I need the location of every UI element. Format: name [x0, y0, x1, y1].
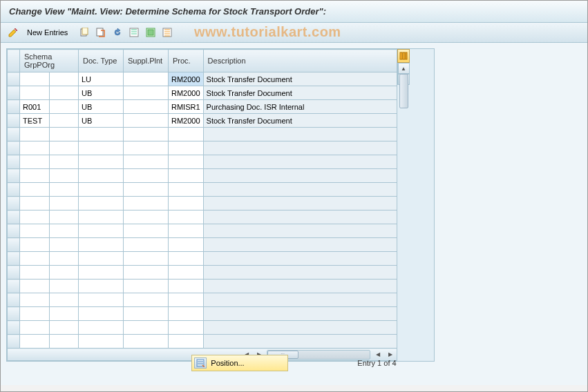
empty-row[interactable] [8, 128, 397, 141]
new-entries-button[interactable]: New Entries [23, 27, 72, 38]
schema-grp-cell[interactable] [20, 183, 50, 197]
doc-type-cell[interactable] [79, 307, 124, 321]
row-selector[interactable] [8, 155, 20, 169]
suppl-plnt-cell[interactable] [124, 155, 169, 169]
suppl-plnt-cell[interactable] [124, 307, 169, 321]
configure-columns-icon[interactable] [397, 49, 410, 63]
copy-as-icon[interactable] [94, 26, 108, 39]
doc-type-cell[interactable] [79, 183, 124, 197]
porg-cell[interactable] [49, 128, 79, 141]
proc-cell[interactable] [169, 155, 204, 169]
porg-cell[interactable] [49, 183, 79, 197]
proc-cell[interactable] [169, 307, 204, 321]
row-selector[interactable] [8, 238, 20, 252]
doc-type-cell[interactable] [79, 155, 124, 169]
porg-cell[interactable] [49, 197, 79, 210]
proc-cell[interactable] [169, 238, 204, 252]
empty-row[interactable] [8, 224, 397, 238]
empty-row[interactable] [8, 210, 397, 224]
porg-cell[interactable] [49, 238, 79, 252]
porg-cell[interactable] [49, 210, 79, 224]
suppl-plnt-cell[interactable] [124, 321, 169, 335]
schema-grp-cell[interactable] [20, 335, 50, 349]
porg-cell[interactable] [49, 321, 79, 335]
proc-cell[interactable] [169, 128, 204, 141]
schema-grp-cell[interactable] [20, 252, 50, 266]
empty-row[interactable] [8, 238, 397, 252]
empty-row[interactable] [8, 197, 397, 210]
suppl-plnt-cell[interactable] [124, 280, 169, 293]
row-selector[interactable] [8, 252, 20, 266]
proc-cell[interactable] [169, 210, 204, 224]
doc-type-cell[interactable] [79, 141, 124, 155]
suppl-plnt-cell[interactable] [124, 141, 169, 155]
porg-cell[interactable] [49, 252, 79, 266]
suppl-plnt-cell[interactable] [124, 183, 169, 197]
schema-grp-cell[interactable] [20, 280, 50, 293]
schema-grp-cell[interactable] [20, 210, 50, 224]
proc-cell[interactable] [169, 183, 204, 197]
table-row[interactable]: LURM2000Stock Transfer Document [8, 72, 397, 86]
table-row[interactable]: TESTUBRM2000Stock Transfer Document [8, 114, 397, 128]
schema-grp-cell[interactable] [20, 86, 50, 100]
empty-row[interactable] [8, 252, 397, 266]
suppl-plnt-cell[interactable] [124, 293, 169, 307]
proc-cell[interactable]: RM2000 [169, 72, 204, 86]
empty-row[interactable] [8, 307, 397, 321]
empty-row[interactable] [8, 335, 397, 349]
row-selector[interactable] [8, 293, 20, 307]
edit-icon[interactable] [6, 26, 20, 39]
proc-cell[interactable]: RM2000 [169, 114, 204, 128]
suppl-plnt-cell[interactable] [124, 86, 169, 100]
doc-type-cell[interactable]: UB [79, 86, 124, 100]
row-selector[interactable] [8, 210, 20, 224]
row-selector[interactable] [8, 72, 20, 86]
vertical-scrollbar[interactable]: ▲ ▼ [397, 63, 410, 85]
doc-type-cell[interactable]: LU [79, 72, 124, 86]
schema-grp-cell[interactable] [20, 293, 50, 307]
proc-cell[interactable] [169, 224, 204, 238]
description-header[interactable]: Description [203, 50, 397, 72]
doc-type-cell[interactable] [79, 252, 124, 266]
suppl-plnt-cell[interactable] [124, 252, 169, 266]
schema-grp-cell[interactable]: R001 [20, 100, 50, 114]
porg-cell[interactable] [49, 169, 79, 183]
porg-cell[interactable] [49, 155, 79, 169]
schema-grp-cell[interactable] [20, 141, 50, 155]
doc-type-cell[interactable]: UB [79, 114, 124, 128]
table-row[interactable]: UBRM2000Stock Transfer Document [8, 86, 397, 100]
table-row[interactable]: R001UBRMISR1Purchasing Doc. ISR Internal [8, 100, 397, 114]
deselect-all-icon[interactable] [160, 26, 174, 39]
suppl-plnt-cell[interactable] [124, 266, 169, 280]
proc-cell[interactable] [169, 335, 204, 349]
row-selector[interactable] [8, 280, 20, 293]
proc-cell[interactable] [169, 197, 204, 210]
row-selector[interactable] [8, 100, 20, 114]
suppl-plnt-cell[interactable] [124, 169, 169, 183]
proc-header[interactable]: Proc. [169, 50, 204, 72]
row-selector[interactable] [8, 169, 20, 183]
row-selector[interactable] [8, 183, 20, 197]
empty-row[interactable] [8, 169, 397, 183]
row-selector[interactable] [8, 197, 20, 210]
select-all-icon[interactable] [144, 26, 158, 39]
proc-cell[interactable] [169, 266, 204, 280]
row-selector[interactable] [8, 224, 20, 238]
empty-row[interactable] [8, 321, 397, 335]
suppl-plnt-cell[interactable] [124, 210, 169, 224]
proc-cell[interactable]: RMISR1 [169, 100, 204, 114]
porg-cell[interactable] [49, 307, 79, 321]
schema-grp-cell[interactable] [20, 238, 50, 252]
proc-cell[interactable] [169, 169, 204, 183]
position-button[interactable]: Position... [191, 355, 288, 371]
porg-cell[interactable] [49, 141, 79, 155]
schema-grp-cell[interactable] [20, 72, 50, 86]
doc-type-header[interactable]: Doc. Type [79, 50, 124, 72]
suppl-plnt-header[interactable]: Suppl.Plnt [124, 50, 169, 72]
doc-type-cell[interactable] [79, 266, 124, 280]
suppl-plnt-cell[interactable] [124, 114, 169, 128]
suppl-plnt-cell[interactable] [124, 238, 169, 252]
porg-cell[interactable] [49, 86, 79, 100]
schema-grp-cell[interactable]: TEST [20, 114, 50, 128]
doc-type-cell[interactable] [79, 224, 124, 238]
